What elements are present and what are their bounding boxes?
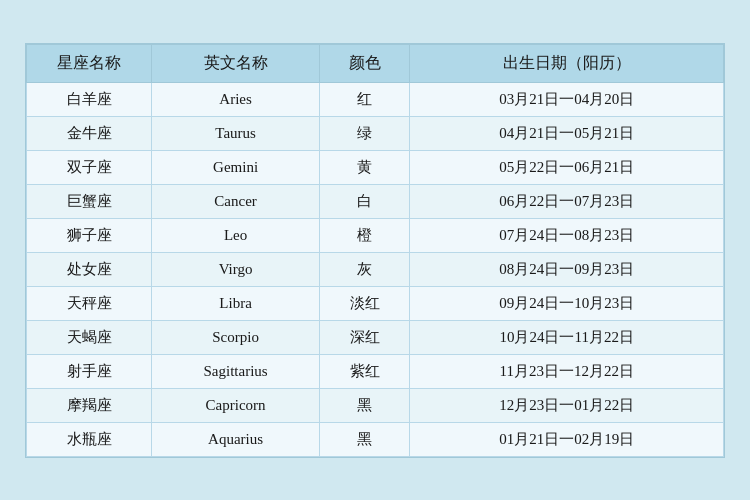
header-chinese: 星座名称	[27, 44, 152, 82]
cell-chinese: 摩羯座	[27, 388, 152, 422]
cell-chinese: 射手座	[27, 354, 152, 388]
cell-date: 01月21日一02月19日	[410, 422, 724, 456]
table-row: 天蝎座Scorpio深红10月24日一11月22日	[27, 320, 724, 354]
cell-color: 淡红	[319, 286, 410, 320]
cell-english: Gemini	[152, 150, 319, 184]
cell-date: 09月24日一10月23日	[410, 286, 724, 320]
table-row: 处女座Virgo灰08月24日一09月23日	[27, 252, 724, 286]
cell-english: Capricorn	[152, 388, 319, 422]
table-row: 白羊座Aries红03月21日一04月20日	[27, 82, 724, 116]
table-row: 狮子座Leo橙07月24日一08月23日	[27, 218, 724, 252]
cell-color: 黑	[319, 388, 410, 422]
cell-english: Scorpio	[152, 320, 319, 354]
table-row: 金牛座Taurus绿04月21日一05月21日	[27, 116, 724, 150]
cell-chinese: 白羊座	[27, 82, 152, 116]
cell-english: Leo	[152, 218, 319, 252]
zodiac-table-container: 星座名称 英文名称 颜色 出生日期（阳历） 白羊座Aries红03月21日一04…	[25, 43, 725, 458]
table-row: 摩羯座Capricorn黑12月23日一01月22日	[27, 388, 724, 422]
table-row: 水瓶座Aquarius黑01月21日一02月19日	[27, 422, 724, 456]
cell-color: 红	[319, 82, 410, 116]
cell-date: 06月22日一07月23日	[410, 184, 724, 218]
cell-chinese: 水瓶座	[27, 422, 152, 456]
cell-color: 紫红	[319, 354, 410, 388]
header-color: 颜色	[319, 44, 410, 82]
cell-chinese: 处女座	[27, 252, 152, 286]
cell-chinese: 狮子座	[27, 218, 152, 252]
cell-english: Cancer	[152, 184, 319, 218]
cell-date: 07月24日一08月23日	[410, 218, 724, 252]
cell-english: Aquarius	[152, 422, 319, 456]
cell-date: 10月24日一11月22日	[410, 320, 724, 354]
table-header-row: 星座名称 英文名称 颜色 出生日期（阳历）	[27, 44, 724, 82]
cell-english: Virgo	[152, 252, 319, 286]
header-date: 出生日期（阳历）	[410, 44, 724, 82]
cell-color: 橙	[319, 218, 410, 252]
cell-english: Aries	[152, 82, 319, 116]
cell-date: 08月24日一09月23日	[410, 252, 724, 286]
cell-color: 白	[319, 184, 410, 218]
cell-english: Sagittarius	[152, 354, 319, 388]
zodiac-table: 星座名称 英文名称 颜色 出生日期（阳历） 白羊座Aries红03月21日一04…	[26, 44, 724, 457]
cell-date: 12月23日一01月22日	[410, 388, 724, 422]
cell-date: 04月21日一05月21日	[410, 116, 724, 150]
cell-color: 黄	[319, 150, 410, 184]
table-row: 射手座Sagittarius紫红11月23日一12月22日	[27, 354, 724, 388]
cell-chinese: 金牛座	[27, 116, 152, 150]
table-row: 巨蟹座Cancer白06月22日一07月23日	[27, 184, 724, 218]
cell-chinese: 双子座	[27, 150, 152, 184]
header-english: 英文名称	[152, 44, 319, 82]
cell-date: 05月22日一06月21日	[410, 150, 724, 184]
table-row: 双子座Gemini黄05月22日一06月21日	[27, 150, 724, 184]
cell-english: Taurus	[152, 116, 319, 150]
cell-chinese: 天秤座	[27, 286, 152, 320]
cell-color: 黑	[319, 422, 410, 456]
table-row: 天秤座Libra淡红09月24日一10月23日	[27, 286, 724, 320]
cell-color: 灰	[319, 252, 410, 286]
cell-chinese: 天蝎座	[27, 320, 152, 354]
cell-date: 03月21日一04月20日	[410, 82, 724, 116]
cell-color: 深红	[319, 320, 410, 354]
cell-chinese: 巨蟹座	[27, 184, 152, 218]
cell-date: 11月23日一12月22日	[410, 354, 724, 388]
cell-english: Libra	[152, 286, 319, 320]
cell-color: 绿	[319, 116, 410, 150]
